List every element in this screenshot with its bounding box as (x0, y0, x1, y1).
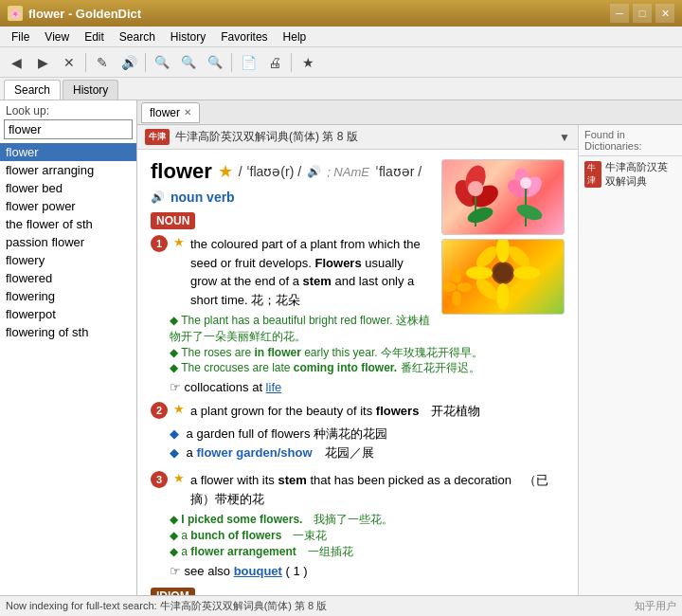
status-text: Now indexing for full-text search: 牛津高阶英… (6, 599, 327, 613)
stop-button[interactable]: ✕ (57, 50, 81, 75)
collapse-button[interactable]: ▼ (559, 131, 570, 144)
pos-link[interactable]: noun verb (170, 190, 235, 205)
word-item-flower-arranging[interactable]: flower arranging (0, 161, 136, 179)
copy-button[interactable]: 📄 (236, 50, 260, 75)
svg-point-15 (466, 266, 493, 280)
word-item-flowered[interactable]: flowered (0, 269, 136, 287)
tab-close-button[interactable]: ✕ (184, 107, 191, 118)
word-heading: flower ★ / ˈflaʊə(r) / 🔊 ; NAmE ˈflaʊər … (151, 159, 432, 205)
flower-image-1 (441, 159, 565, 235)
close-button[interactable]: ✕ (655, 4, 674, 23)
sidebar: Look up: flower flower arranging flower … (0, 100, 137, 595)
word-item-flowery[interactable]: flowery (0, 251, 136, 269)
sense-num-1: 1 (151, 235, 168, 252)
phonetic-bre: / ˈflaʊə(r) / (239, 164, 301, 179)
maximize-button[interactable]: □ (633, 4, 652, 23)
app-icon: 🌸 (8, 6, 23, 21)
menu-help[interactable]: Help (276, 28, 314, 45)
svg-point-23 (452, 268, 461, 283)
forward-button[interactable]: ▶ (30, 50, 55, 75)
svg-point-24 (452, 291, 461, 306)
svg-point-8 (520, 177, 531, 189)
sense-1-star: ★ (173, 235, 185, 249)
example-1-3: The crocuses are late coming into flower… (170, 360, 565, 376)
sense-2-text: a plant grown for the beauty of its flow… (190, 402, 565, 421)
svg-point-11 (514, 202, 544, 224)
sense-2: 2 ★ a plant grown for the beauty of its … (151, 402, 565, 463)
images-area (441, 159, 565, 315)
word-tabs: flower ✕ (137, 100, 682, 125)
menu-view[interactable]: View (37, 28, 77, 45)
edit-button[interactable]: ✎ (90, 50, 115, 75)
example-3-2: a bunch of flowers 一束花 (170, 528, 565, 544)
content-area[interactable]: 牛津 牛津高阶英汉双解词典(简体) 第 8 版 ▼ (137, 125, 578, 595)
content-wrapper: 牛津 牛津高阶英汉双解词典(简体) 第 8 版 ▼ (137, 125, 682, 595)
noun-badge: NOUN (151, 212, 195, 229)
print-button[interactable]: 🖨 (262, 50, 287, 75)
word-item-flowering[interactable]: flowering (0, 287, 136, 305)
minimize-button[interactable]: ─ (610, 4, 629, 23)
zoom-in-button[interactable]: 🔍 (150, 50, 174, 75)
word-item-flower-power[interactable]: flower power (0, 197, 136, 215)
menu-search[interactable]: Search (112, 28, 163, 45)
lookup-input[interactable] (4, 119, 133, 139)
nam-sound-icon[interactable]: 🔊 (151, 190, 165, 204)
menu-file[interactable]: File (4, 28, 37, 45)
word-main: flower (151, 159, 212, 184)
see-also: ☞ see also bouquet ( 1 ) (170, 564, 565, 578)
zoom-out-button[interactable]: 🔍 (176, 50, 201, 75)
toolbar: ◀ ▶ ✕ ✎ 🔊 🔍 🔍 🔍 📄 🖨 ★ (0, 47, 682, 78)
sense-3: 3 ★ a flower with its stem that has been… (151, 471, 565, 577)
svg-point-16 (513, 266, 540, 280)
name-label: ; NAmE (327, 165, 369, 179)
word-item-flowerpot[interactable]: flowerpot (0, 305, 136, 323)
bre-sound-icon[interactable]: 🔊 (307, 165, 321, 178)
favorite-button[interactable]: ★ (296, 50, 320, 75)
example-1-2: The roses are in flower early this year.… (170, 345, 565, 361)
word-item-flower-bed[interactable]: flower bed (0, 179, 136, 197)
word-tab-label: flower (150, 106, 180, 119)
search-tabs: Search History (0, 78, 682, 100)
svg-point-26 (457, 282, 472, 292)
sense-1-text: the coloured part of a plant from which … (190, 235, 432, 309)
word-item-passion-flower[interactable]: passion flower (0, 233, 136, 251)
right-panel: flower ✕ 牛津 牛津高阶英汉双解词典(简体) 第 8 版 ▼ (137, 100, 682, 595)
idiom-section: IDIOM the flower of sth ( literary ) the… (151, 588, 565, 595)
collocation-ref: ☞ collocations at life (170, 380, 565, 394)
tab-search[interactable]: Search (4, 80, 61, 100)
sense-3-star: ★ (173, 471, 185, 485)
example-3-1: I picked some flowers. 我摘了一些花。 (170, 512, 565, 528)
life-link[interactable]: life (266, 380, 282, 394)
tab-history[interactable]: History (63, 80, 118, 100)
sound-button[interactable]: 🔊 (117, 50, 141, 75)
menu-favorites[interactable]: Favorites (213, 28, 275, 45)
sense-2-sub-2: ◆ a flower garden/show 花园／展 (170, 444, 565, 463)
sense-num-2: 2 (151, 402, 168, 419)
titlebar: 🌸 flower - GoldenDict ─ □ ✕ (0, 0, 682, 27)
found-dict-name: 牛津高阶汉英双解词典 (605, 160, 676, 189)
sense-num-3: 3 (151, 471, 168, 488)
entry-content: flower ★ / ˈflaʊə(r) / 🔊 ; NAmE ˈflaʊər … (137, 150, 578, 595)
window-title: flower - GoldenDict (28, 7, 141, 21)
menubar: File View Edit Search History Favorites … (0, 27, 682, 47)
word-item-flower-of-sth[interactable]: the flower of sth (0, 215, 136, 233)
back-button[interactable]: ◀ (4, 50, 28, 75)
word-item-flower[interactable]: flower (0, 143, 136, 161)
found-title: Found in Dictionaries: (579, 125, 682, 156)
main-area: Look up: flower flower arranging flower … (0, 100, 682, 595)
dict-title: 牛津高阶英汉双解词典(简体) 第 8 版 (175, 129, 358, 145)
zoom-reset-button[interactable]: 🔍 (203, 50, 227, 75)
word-tab-flower[interactable]: flower ✕ (141, 102, 200, 123)
bouquet-link[interactable]: bouquet (234, 564, 282, 578)
menu-edit[interactable]: Edit (77, 28, 112, 45)
idiom-badge: IDIOM (151, 588, 195, 595)
dict-logo: 牛津 (145, 129, 170, 145)
flower-image-2 (441, 239, 565, 315)
sense-2-sub-1: ◆ a garden full of flowers 种满花的花园 (170, 425, 565, 444)
svg-point-10 (465, 205, 494, 226)
word-item-flowering-of-sth[interactable]: flowering of sth (0, 323, 136, 341)
menu-history[interactable]: History (163, 28, 213, 45)
word-list: flower flower arranging flower bed flowe… (0, 143, 136, 595)
statusbar: Now indexing for full-text search: 牛津高阶英… (0, 595, 682, 616)
found-item-oxford[interactable]: 牛津 牛津高阶汉英双解词典 (579, 156, 682, 192)
